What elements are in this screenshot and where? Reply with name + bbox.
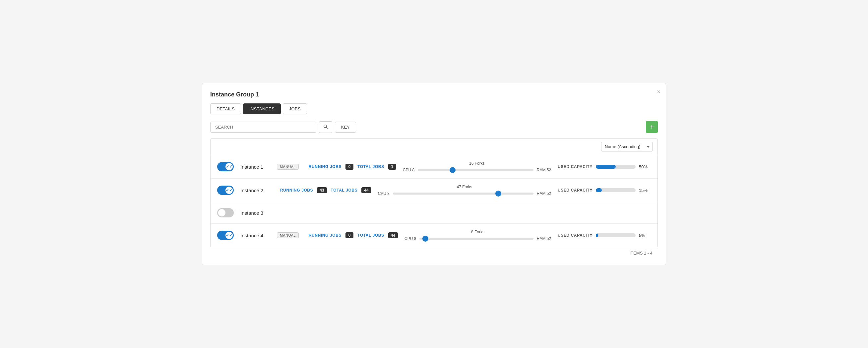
forks-label: 16 Forks — [469, 161, 485, 166]
search-area: KEY — [210, 121, 356, 133]
tab-jobs[interactable]: JOBS — [283, 103, 307, 114]
slider-track[interactable] — [420, 238, 533, 240]
capacity-pct: 50% — [639, 164, 651, 169]
capacity-bar-fill — [596, 188, 602, 192]
instance-toggle[interactable]: ✓ — [217, 186, 234, 195]
used-capacity-label: USED CAPACITY — [558, 188, 592, 193]
close-button[interactable]: × — [657, 89, 660, 95]
capacity-bar-fill — [596, 233, 598, 237]
total-jobs-count: 1 — [388, 164, 396, 170]
instance-group-card: Instance Group 1 × DETAILS INSTANCES JOB… — [202, 83, 666, 265]
capacity-bar-fill — [596, 165, 616, 169]
jobs-section: RUNNING JOBS 43 TOTAL JOBS 44 — [280, 187, 371, 193]
toggle-knob: ✓ — [225, 163, 233, 170]
add-button[interactable]: + — [646, 121, 658, 133]
slider-row: CPU 8 RAM 52 — [404, 236, 551, 241]
instance-row: ✓ Instance 4 MANUAL RUNNING JOBS 0 TOTAL… — [211, 224, 657, 247]
toolbar: KEY + — [210, 121, 658, 133]
instance-row: Instance 3 — [211, 202, 657, 224]
jobs-section: RUNNING JOBS 0 TOTAL JOBS 44 — [309, 232, 398, 238]
capacity-pct: 5% — [639, 233, 651, 238]
cpu-label: CPU 8 — [404, 236, 416, 241]
tab-details[interactable]: DETAILS — [210, 103, 241, 114]
manual-badge: MANUAL — [277, 164, 299, 170]
instance-toggle[interactable]: ✓ — [217, 162, 234, 171]
search-input[interactable] — [210, 122, 316, 133]
instance-toggle[interactable]: ✓ — [217, 231, 234, 240]
running-jobs-label[interactable]: RUNNING JOBS — [280, 188, 313, 193]
capacity-bar — [596, 165, 636, 169]
instance-name: Instance 3 — [240, 210, 270, 216]
used-capacity-label: USED CAPACITY — [558, 233, 592, 238]
slider-thumb[interactable] — [423, 235, 428, 242]
running-jobs-label[interactable]: RUNNING JOBS — [309, 233, 341, 238]
capacity-pct: 15% — [639, 188, 651, 193]
cpu-label: CPU 8 — [403, 168, 414, 172]
total-jobs-label[interactable]: TOTAL JOBS — [358, 164, 384, 169]
used-capacity-label: USED CAPACITY — [558, 164, 592, 169]
capacity-section: USED CAPACITY 50% — [558, 164, 651, 169]
slider-row: CPU 8 RAM 52 — [378, 191, 551, 196]
capacity-bar — [596, 188, 636, 192]
manual-badge: MANUAL — [277, 232, 299, 238]
ram-label: RAM 52 — [537, 191, 551, 196]
jobs-section: RUNNING JOBS 0 TOTAL JOBS 1 — [309, 164, 396, 170]
forks-label: 8 Forks — [471, 230, 485, 234]
toggle-knob — [218, 209, 225, 216]
tab-instances[interactable]: INSTANCES — [243, 103, 281, 114]
capacity-section: USED CAPACITY 15% — [558, 188, 651, 193]
card-title: Instance Group 1 — [210, 91, 658, 98]
table-header: Name (Ascending) Name (Descending) — [211, 138, 657, 155]
instance-name: Instance 4 — [240, 233, 270, 238]
toggle-knob: ✓ — [225, 187, 233, 194]
forks-section: 47 Forks CPU 8 RAM 52 — [378, 185, 551, 196]
search-button[interactable] — [319, 121, 332, 133]
tab-bar: DETAILS INSTANCES JOBS — [210, 103, 658, 114]
running-jobs-label[interactable]: RUNNING JOBS — [309, 164, 341, 169]
instance-toggle[interactable] — [217, 208, 234, 217]
capacity-bar — [596, 233, 636, 237]
ram-label: RAM 52 — [537, 236, 551, 241]
instances-table: Name (Ascending) Name (Descending) ✓ Ins… — [210, 138, 658, 247]
instance-name: Instance 2 — [240, 188, 270, 193]
slider-track[interactable] — [418, 169, 533, 171]
capacity-section: USED CAPACITY 5% — [558, 233, 651, 238]
slider-thumb[interactable] — [450, 167, 456, 173]
total-jobs-label[interactable]: TOTAL JOBS — [331, 188, 358, 193]
search-icon — [323, 124, 328, 129]
instance-name: Instance 1 — [240, 164, 270, 170]
key-button[interactable]: KEY — [335, 122, 356, 133]
cpu-label: CPU 8 — [378, 191, 390, 196]
running-jobs-count: 0 — [345, 164, 353, 170]
items-footer: ITEMS 1 - 4 — [210, 247, 658, 257]
slider-thumb[interactable] — [495, 191, 501, 196]
svg-line-1 — [326, 127, 328, 128]
total-jobs-count: 44 — [388, 232, 398, 238]
toggle-knob: ✓ — [225, 232, 233, 239]
instances-list: ✓ Instance 1 MANUAL RUNNING JOBS 0 TOTAL… — [211, 155, 657, 247]
instance-row: ✓ Instance 2 RUNNING JOBS 43 TOTAL JOBS … — [211, 179, 657, 202]
running-jobs-count: 43 — [317, 187, 327, 193]
total-jobs-count: 44 — [362, 187, 371, 193]
forks-label: 47 Forks — [457, 185, 472, 189]
forks-section: 8 Forks CPU 8 RAM 52 — [404, 230, 551, 241]
forks-section: 16 Forks CPU 8 RAM 52 — [403, 161, 551, 172]
items-count: ITEMS 1 - 4 — [630, 251, 652, 256]
sort-select[interactable]: Name (Ascending) Name (Descending) — [601, 142, 653, 152]
slider-track[interactable] — [393, 193, 533, 194]
running-jobs-count: 0 — [345, 232, 353, 238]
svg-point-0 — [324, 125, 327, 127]
ram-label: RAM 52 — [537, 168, 551, 172]
total-jobs-label[interactable]: TOTAL JOBS — [358, 233, 384, 238]
instance-row: ✓ Instance 1 MANUAL RUNNING JOBS 0 TOTAL… — [211, 155, 657, 179]
slider-row: CPU 8 RAM 52 — [403, 168, 551, 172]
